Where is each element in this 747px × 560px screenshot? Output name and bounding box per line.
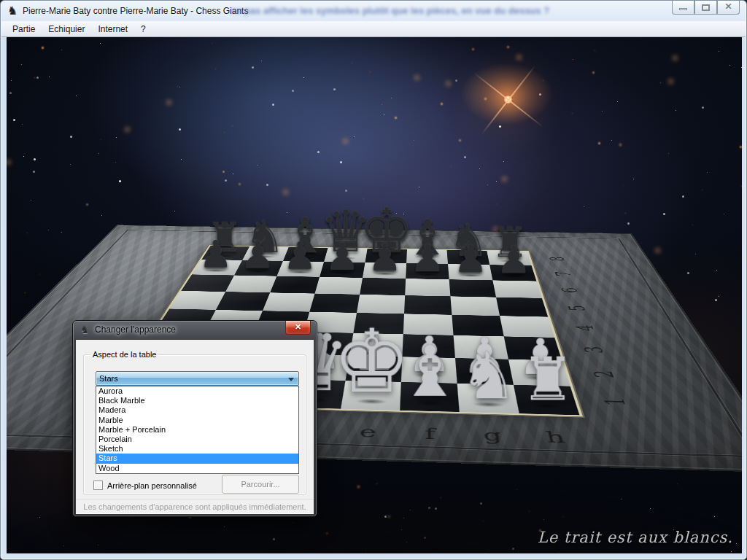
appearance-dialog[interactable]: ♞ Changer l'apparence ✕ Aspect de la tab… (72, 320, 317, 517)
board-square-g7[interactable] (448, 264, 492, 280)
menu-help[interactable]: ? (134, 22, 152, 36)
appearance-option[interactable]: Wood (96, 464, 298, 473)
close-button[interactable]: ✕ (717, 1, 740, 15)
board-square-b5[interactable] (216, 292, 270, 311)
board-square-d7[interactable] (320, 262, 365, 278)
board-square-e8[interactable] (365, 249, 406, 263)
menu-echiquier[interactable]: Echiquier (42, 22, 91, 36)
board-square-c6[interactable] (270, 276, 320, 294)
game-viewport[interactable]: abcdefgh12345678♜♞♝♛♚♝♞♜♟♟♟♟♟♟♟♟♟♟♟♟♟♟♟♟… (7, 37, 742, 553)
board-square-b6[interactable] (225, 276, 276, 293)
appearance-option[interactable]: Stars (96, 454, 298, 463)
board-square-d8[interactable] (324, 248, 368, 262)
appearance-option[interactable]: Aurora (96, 386, 298, 396)
window-controls: ✕ (672, 1, 740, 15)
maximize-icon (702, 4, 710, 11)
appearance-listbox[interactable]: AuroraBlack MarbleMaderaMarbleMarble + P… (96, 386, 299, 474)
browse-button[interactable]: Parcourir... (222, 475, 299, 494)
board-square-f7[interactable] (406, 263, 449, 279)
appearance-option[interactable]: Madera (96, 405, 298, 415)
board-square-c7[interactable] (276, 261, 324, 277)
appearance-option[interactable]: Sketch (96, 444, 298, 454)
custom-background-checkbox[interactable] (93, 481, 103, 490)
appearance-combobox[interactable]: Stars (96, 371, 299, 386)
menubar: Partie Echiquier Internet ? (1, 21, 746, 37)
appearance-option[interactable]: Black Marble (96, 396, 298, 405)
board-square-b8[interactable] (242, 246, 289, 261)
appearance-option[interactable]: Marble + Porcelain (96, 425, 298, 435)
titlebar[interactable]: ♞ Pierre-Marie Baty contre Pierre-Marie … (1, 1, 746, 21)
dialog-title: Changer l'apparence (95, 324, 176, 335)
minimize-button[interactable] (672, 1, 694, 15)
dialog-knight-icon: ♞ (80, 324, 90, 335)
board-square-h7[interactable] (489, 265, 536, 281)
board-square-c8[interactable] (283, 247, 328, 262)
app-knight-icon: ♞ (7, 4, 20, 17)
dialog-footer-text: Les changements d'apparence sont appliqu… (76, 499, 314, 514)
window-title: Pierre-Marie Baty contre Pierre-Marie Ba… (23, 6, 248, 16)
board-square-g8[interactable] (447, 250, 490, 265)
close-icon: ✕ (718, 1, 739, 12)
appearance-option[interactable]: Porcelain (96, 435, 298, 444)
board-square-e6[interactable] (360, 278, 406, 295)
white-bishop-icon: ♝ (398, 336, 461, 406)
board-square-g6[interactable] (449, 279, 496, 297)
checkbox-label: Arrière-plan personnalisé (107, 481, 197, 490)
board-square-c5[interactable] (263, 292, 315, 311)
board-square-h6[interactable] (492, 280, 542, 298)
combobox-value: Stars (99, 374, 118, 383)
main-window: ♞ Pierre-Marie Baty contre Pierre-Marie … (0, 0, 747, 560)
minimize-icon (679, 8, 687, 10)
board-square-b7[interactable] (234, 260, 283, 276)
board-square-d6[interactable] (315, 277, 363, 295)
white-knight-icon: ♞ (459, 343, 517, 408)
white-rook-icon: ♜ (521, 350, 574, 410)
appearance-option[interactable]: Marble (96, 416, 298, 425)
menu-partie[interactable]: Partie (6, 22, 42, 36)
board-square-h8[interactable] (487, 251, 531, 266)
menu-internet[interactable]: Internet (91, 22, 134, 36)
dialog-body: Aspect de la table Stars AuroraBlack Mar… (76, 340, 314, 514)
blurred-background-text: ne pas afficher les symboles plutôt que … (231, 5, 697, 16)
dialog-titlebar[interactable]: ♞ Changer l'apparence ✕ (76, 321, 314, 340)
board-square-e7[interactable] (363, 262, 406, 279)
chevron-down-icon (288, 378, 294, 381)
board-square-f8[interactable] (406, 249, 448, 264)
board-square-f6[interactable] (405, 279, 450, 296)
maximize-button[interactable] (694, 1, 717, 15)
dialog-close-button[interactable]: ✕ (285, 321, 311, 335)
group-label: Aspect de la table (90, 350, 158, 359)
turn-indicator: Le trait est aux blancs. (538, 529, 733, 546)
board-square-f5[interactable] (404, 295, 452, 315)
rank-label-8: 8 (545, 257, 569, 261)
dialog-close-icon: ✕ (286, 322, 310, 332)
